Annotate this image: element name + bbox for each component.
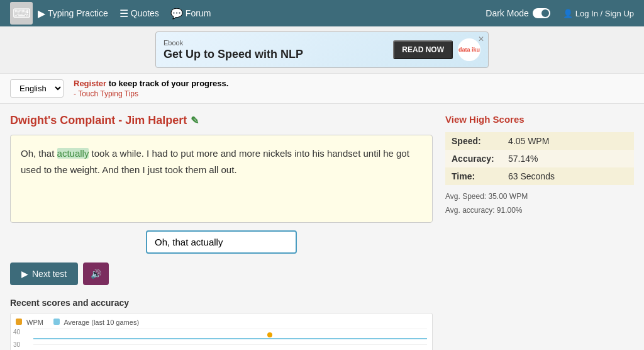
user-icon: 👤 — [563, 9, 573, 18]
banner-ad: Ebook Get Up to Speed with NLP READ NOW … — [0, 26, 644, 74]
speed-label: Speed: — [445, 132, 502, 150]
accuracy-label: Accuracy: — [445, 150, 502, 167]
banner-close-button[interactable]: ✕ — [478, 35, 484, 43]
sound-button[interactable]: 🔊 — [83, 262, 109, 285]
avg-legend-item: Average (last 10 games) — [53, 319, 139, 326]
grid-line-40 — [33, 329, 427, 329]
navbar: ⌨ ▶ Typing Practice ☰ Quotes 💬 Forum Dar… — [0, 0, 644, 26]
language-select[interactable]: English — [10, 79, 64, 98]
nav-login[interactable]: 👤 Log In / Sign Up — [563, 9, 634, 18]
avg-accuracy-label: Avg. accuracy: 91.00% — [445, 204, 634, 218]
play-icon: ▶ — [38, 8, 45, 20]
time-value: 63 Seconds — [502, 167, 634, 185]
next-test-button[interactable]: ▶ Next test — [10, 262, 78, 285]
register-message-col: Register to keep track of your progress.… — [74, 79, 228, 98]
register-link[interactable]: Register — [74, 79, 106, 88]
avg-speed-label: Avg. Speed: 35.00 WPM — [445, 190, 634, 204]
wpm-legend-item: WPM — [16, 319, 43, 326]
play-icon: ▶ — [21, 269, 28, 279]
typing-display: Oh, that actually took a while. I had to… — [10, 135, 433, 223]
chart-y-axis: 40 30 20 — [11, 329, 23, 350]
typing-input[interactable] — [146, 230, 297, 254]
chart-legend: WPM Average (last 10 games) — [16, 319, 427, 326]
banner-text: Ebook Get Up to Speed with NLP — [164, 39, 393, 61]
dark-mode-toggle[interactable]: Dark Mode — [486, 8, 550, 18]
stats-row-speed: Speed: 4.05 WPM — [445, 132, 634, 150]
avg-legend-dot — [53, 319, 60, 325]
quote-title: Dwight's Complaint - Jim Halpert ✎ — [10, 114, 433, 127]
next-test-label: Next test — [32, 269, 67, 279]
touch-typing-tips-link[interactable]: - Touch Typing Tips — [74, 89, 228, 98]
nav-forum[interactable]: 💬 Forum — [170, 8, 211, 20]
time-label: Time: — [445, 167, 502, 185]
grid-line-30 — [33, 344, 427, 345]
main-content: Dwight's Complaint - Jim Halpert ✎ Oh, t… — [0, 104, 644, 350]
right-panel: View High Scores Speed: 4.05 WPM Accurac… — [445, 114, 634, 350]
register-bar: English Register to keep track of your p… — [0, 74, 644, 104]
dark-mode-toggle-circle[interactable] — [533, 8, 550, 18]
banner-inner: Ebook Get Up to Speed with NLP READ NOW … — [155, 31, 489, 68]
nav-links: ▶ Typing Practice ☰ Quotes 💬 Forum Dark … — [38, 8, 563, 20]
speed-value: 4.05 WPM — [502, 132, 634, 150]
banner-title: Get Up to Speed with NLP — [164, 48, 393, 61]
nav-typing-practice[interactable]: ▶ Typing Practice — [38, 8, 108, 20]
banner-ebook-label: Ebook — [164, 39, 393, 47]
highlighted-word: actually — [57, 148, 89, 159]
view-high-scores-link[interactable]: View High Scores — [445, 114, 634, 125]
recent-scores-title: Recent scores and accuracy — [10, 298, 433, 308]
chart-area — [33, 329, 427, 350]
edit-quote-icon[interactable]: ✎ — [191, 115, 199, 127]
banner-logo: data iku — [458, 38, 480, 61]
accuracy-value: 57.14% — [502, 150, 634, 167]
stats-row-time: Time: 63 Seconds — [445, 167, 634, 185]
keyboard-icon: ⌨ — [13, 6, 31, 21]
chart-container: WPM Average (last 10 games) 40 30 — [10, 313, 433, 350]
register-message: Register to keep track of your progress. — [74, 79, 228, 88]
sound-icon: 🔊 — [91, 269, 101, 279]
score-dot — [267, 332, 272, 337]
site-logo: ⌨ — [10, 2, 33, 25]
average-line — [33, 338, 427, 339]
left-panel: Dwight's Complaint - Jim Halpert ✎ Oh, t… — [10, 114, 433, 350]
stats-row-accuracy: Accuracy: 57.14% — [445, 150, 634, 167]
forum-icon: 💬 — [170, 8, 183, 20]
stats-table: Speed: 4.05 WPM Accuracy: 57.14% Time: 6… — [445, 132, 634, 185]
action-buttons: ▶ Next test 🔊 — [10, 262, 433, 285]
typed-prefix: Oh, that — [21, 148, 57, 159]
nav-quotes[interactable]: ☰ Quotes — [119, 8, 159, 20]
quote-title-text: Dwight's Complaint - Jim Halpert — [10, 114, 187, 127]
quotes-icon: ☰ — [119, 8, 128, 20]
banner-read-button[interactable]: READ NOW — [393, 40, 453, 59]
typing-input-container — [10, 230, 433, 254]
wpm-legend-dot — [16, 319, 22, 325]
banner-logo-text: data iku — [458, 47, 480, 53]
avg-stats: Avg. Speed: 35.00 WPM Avg. accuracy: 91.… — [445, 190, 634, 217]
